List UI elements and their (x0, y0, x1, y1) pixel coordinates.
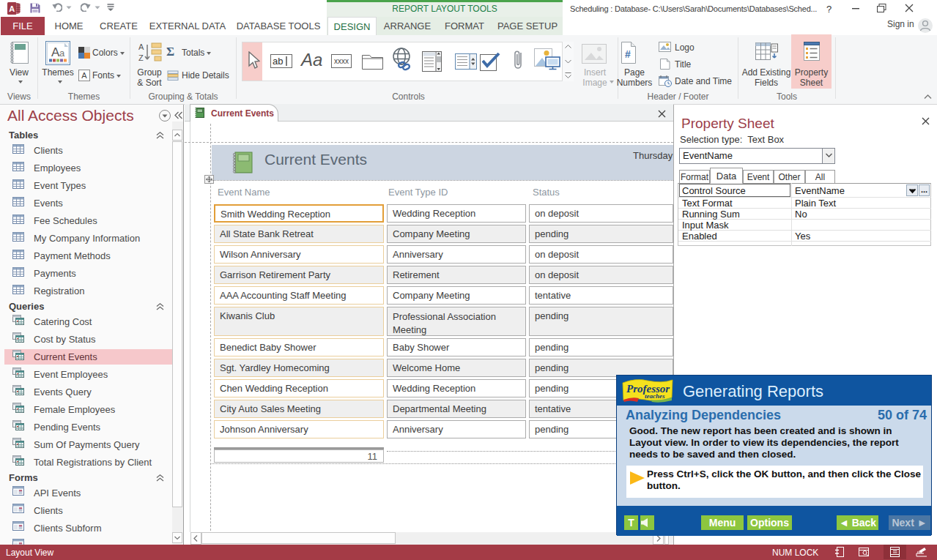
svg-text:teaches: teaches (645, 392, 665, 400)
